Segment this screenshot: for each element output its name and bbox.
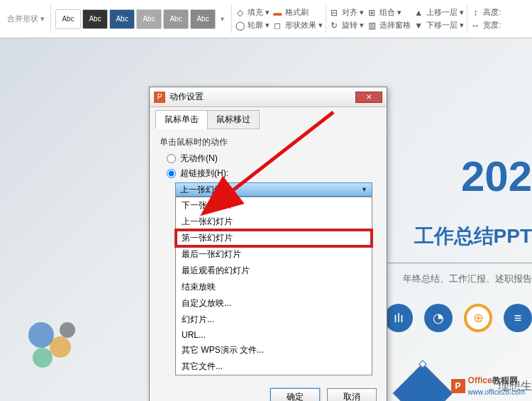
style-3[interactable]: Abc xyxy=(109,9,135,29)
width-label: ↔宽度: xyxy=(469,19,502,31)
align-btn[interactable]: ⊟对齐 ▾ xyxy=(328,6,365,18)
ok-button[interactable]: 确定 xyxy=(270,388,320,401)
dropdown-option[interactable]: 其它文件... xyxy=(176,358,372,375)
send-backward-btn[interactable]: ▼下移一层 ▾ xyxy=(412,19,465,31)
slide-description: 年终总结、工作汇报、述职报告 xyxy=(403,273,532,285)
style-1[interactable]: Abc xyxy=(55,9,81,29)
outline-btn[interactable]: ◯轮廓 ▾ xyxy=(233,19,271,31)
dialog-title-text: 动作设置 xyxy=(170,91,204,103)
divider xyxy=(231,5,232,33)
app-icon: P xyxy=(154,92,165,103)
dropdown-option-list: 下一张幻灯片上一张幻灯片第一张幻灯片最后一张幻灯片最近观看的幻灯片结束放映自定义… xyxy=(175,197,372,375)
tab-mouse-over[interactable]: 鼠标移过 xyxy=(207,110,260,129)
rotate-icon: ↻ xyxy=(329,21,339,31)
dropdown-option[interactable]: 自定义放映... xyxy=(176,295,372,312)
dropdown-option[interactable]: 下一张幻灯片 xyxy=(176,197,372,214)
style-expand-icon[interactable]: ▾ xyxy=(217,15,227,23)
brush-icon: ▬ xyxy=(272,8,282,18)
height-label: ↕高度: xyxy=(469,6,502,18)
action-settings-dialog: P 动作设置 ✕ 鼠标单击 鼠标移过 单击鼠标时的动作 无动作(N) 超链接到(… xyxy=(149,87,387,401)
pane-icon: ▥ xyxy=(367,21,377,31)
dropdown-option[interactable]: 第一张幻灯片 xyxy=(176,230,372,246)
outline-icon: ◯ xyxy=(235,21,245,31)
slide-divider xyxy=(376,263,532,263)
style-5[interactable]: Abc xyxy=(163,9,189,29)
dropdown-option[interactable]: 最近观看的幻灯片 xyxy=(176,263,372,279)
group-btn[interactable]: ⊞组合 ▾ xyxy=(365,6,412,18)
hyperlink-dropdown[interactable]: 上一张幻灯片 ▼ xyxy=(175,182,372,197)
watermark: P Office教程网 www.office26.com xyxy=(451,375,525,397)
selected-shape[interactable] xyxy=(393,363,453,401)
radio-hyperlink[interactable]: 超链接到(H): xyxy=(167,167,377,180)
chart-icon: ılı xyxy=(384,304,413,332)
pie-icon: ◔ xyxy=(424,304,453,332)
dropdown-option[interactable]: 最后一张幻灯片 xyxy=(176,246,372,263)
forward-icon: ▲ xyxy=(414,8,423,18)
fill-btn[interactable]: ◇填充 ▾ xyxy=(233,6,271,18)
watermark-logo-icon: P xyxy=(451,379,465,393)
divider xyxy=(326,5,326,33)
section-label: 单击鼠标时的动作 xyxy=(160,136,377,148)
merge-shape-btn[interactable]: 合并形状 ▾ xyxy=(6,12,46,26)
effect-icon: ◻ xyxy=(272,21,282,31)
radio-hyperlink-input[interactable] xyxy=(167,169,176,178)
cancel-button[interactable]: 取消 xyxy=(327,388,377,401)
note-icon: ≡ xyxy=(504,304,532,332)
dialog-titlebar[interactable]: P 动作设置 ✕ xyxy=(150,87,387,107)
shape-effect-btn[interactable]: ◻形状效果 ▾ xyxy=(271,19,324,31)
dropdown-option[interactable]: 上一张幻灯片 xyxy=(176,214,372,230)
rotate-btn[interactable]: ↻旋转 ▾ xyxy=(328,19,365,31)
tab-mouse-click[interactable]: 鼠标单击 xyxy=(155,110,208,129)
width-icon: ↔ xyxy=(470,21,480,31)
zoom-icon: ⊕ xyxy=(464,304,492,332)
dropdown-option[interactable]: URL... xyxy=(176,328,372,342)
radio-none-input[interactable] xyxy=(167,154,176,163)
slide-title: 202 xyxy=(461,152,532,201)
group-icon: ⊞ xyxy=(367,8,377,18)
height-icon: ↕ xyxy=(470,8,480,18)
shape-styles-gallery[interactable]: Abc Abc Abc Abc Abc Abc ▾ xyxy=(52,1,230,36)
selection-pane-btn[interactable]: ▥选择窗格 xyxy=(365,19,412,31)
backward-icon: ▼ xyxy=(414,21,423,31)
divider xyxy=(50,5,51,33)
align-icon: ⊟ xyxy=(329,8,339,18)
style-4[interactable]: Abc xyxy=(136,9,162,29)
chevron-down-icon: ▼ xyxy=(361,186,367,193)
fill-icon: ◇ xyxy=(235,8,245,18)
format-painter-btn[interactable]: ▬格式刷 xyxy=(271,6,324,18)
dropdown-option[interactable]: 结束放映 xyxy=(176,279,372,295)
slide-subtitle: 工作总结PPT xyxy=(414,223,532,250)
dropdown-option[interactable]: 幻灯片... xyxy=(176,312,372,328)
divider xyxy=(467,5,467,33)
bring-forward-btn[interactable]: ▲上移一层 ▾ xyxy=(412,6,465,18)
style-2[interactable]: Abc xyxy=(82,9,108,29)
radio-none[interactable]: 无动作(N) xyxy=(167,153,377,165)
dropdown-option[interactable]: 其它 WPS演示 文件... xyxy=(176,342,372,358)
style-6[interactable]: Abc xyxy=(190,9,216,29)
close-button[interactable]: ✕ xyxy=(355,92,382,103)
